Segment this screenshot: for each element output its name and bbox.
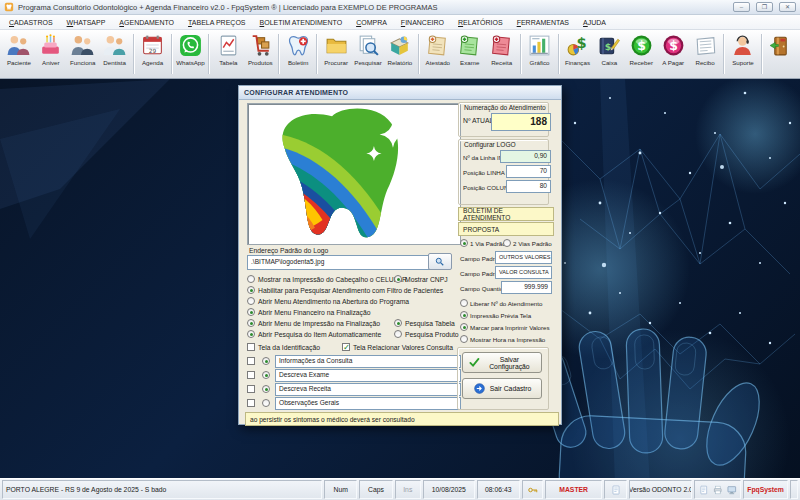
toolbar-boletim-button[interactable]: Boletim <box>282 32 314 77</box>
toolbar-tabela-button[interactable]: Tabela <box>212 32 244 77</box>
radio-filtro-pacientes[interactable] <box>247 286 255 294</box>
checkbox-informacoes[interactable] <box>247 357 255 365</box>
radio-imprimir-valores[interactable] <box>460 323 468 331</box>
campo-quantidade-field[interactable]: 999.999 <box>501 281 552 294</box>
toolbar-label: Dentista <box>103 59 126 66</box>
status-numlock: Num <box>324 480 357 499</box>
radio-celular[interactable] <box>247 275 255 283</box>
radio-menu-financeiro[interactable] <box>247 308 255 316</box>
titlebar: Programa Consultório Odontológico + Agen… <box>0 0 800 15</box>
toolbar-funcionario-button[interactable]: Funciona <box>67 32 99 77</box>
radio-observacoes[interactable] <box>262 399 270 407</box>
toolbar-financas-button[interactable]: $Finanças <box>562 32 594 77</box>
input-descreva-receita[interactable]: Descreva Receita <box>275 383 461 396</box>
menu-financeiro[interactable]: FINANCEIRO <box>394 16 451 29</box>
support-icon <box>730 33 755 58</box>
toolbar-paciente-button[interactable]: Paciente <box>3 32 35 77</box>
exam-note-icon <box>457 33 482 58</box>
toolbar-separator <box>723 34 725 74</box>
radio-1-via-label: 1 Via Padrão <box>470 240 506 247</box>
radio-descreva-receita[interactable] <box>262 385 270 393</box>
toolbar-suporte-button[interactable]: Suporte <box>727 32 759 77</box>
menu-tabela-precos[interactable]: TABELA PREÇOS <box>181 16 252 29</box>
checkbox-tela-identificacao[interactable] <box>247 343 255 351</box>
posicao-linha-field[interactable]: 70 <box>506 165 551 178</box>
save-config-button[interactable]: Salvar Configuração <box>462 352 542 373</box>
close-button[interactable]: ✕ <box>779 2 796 12</box>
radio-pesquisa-produto[interactable] <box>394 330 402 338</box>
toolbar-dentista-button[interactable]: Dentista <box>99 32 131 77</box>
menu-whatsapp[interactable]: WHATSAPP <box>60 16 113 29</box>
toolbar-label: Boletim <box>288 59 309 66</box>
price-table-icon <box>216 33 241 58</box>
toolbar-pesquisar-button[interactable]: Pesquisar <box>352 32 384 77</box>
toolbar-separator <box>418 34 420 74</box>
radio-pesquisa-tabela-label: Pesquisa Tabela <box>405 320 455 327</box>
exit-form-button[interactable]: Sair Cadastro <box>462 378 542 399</box>
tooth-bulletin-icon <box>286 33 311 58</box>
toolbar-procurar-button[interactable]: Procurar <box>320 32 352 77</box>
toolbar-apagar-button[interactable]: $A Pagar <box>657 32 689 77</box>
toolbar-grafico-button[interactable]: Gráfico <box>524 32 556 77</box>
toolbar-exame-button[interactable]: Exame <box>454 32 486 77</box>
toolbar-label: Exame <box>460 59 479 66</box>
dialog-titlebar[interactable]: CONFIGURAR ATENDIMENTO <box>239 86 561 100</box>
campo-padrao-1-field[interactable]: OUTROS VALORES <box>495 251 552 264</box>
magnifier-icon <box>434 256 446 268</box>
posicao-coluna-field[interactable]: 80 <box>506 180 551 193</box>
toolbar-atestado-button[interactable]: Atestado <box>422 32 454 77</box>
toolbar-caixa-button[interactable]: $Caixa <box>593 32 625 77</box>
toolbar-whatsapp-button[interactable]: WhatsApp <box>175 32 207 77</box>
toolbar-label: Receita <box>491 59 512 66</box>
input-observacoes-gerais[interactable]: Observações Gerais <box>275 397 461 410</box>
toolbar-agenda-button[interactable]: 29Agenda <box>137 32 169 77</box>
radio-pesquisa-tabela[interactable] <box>394 319 402 327</box>
toolbar-receber-button[interactable]: $Receber <box>625 32 657 77</box>
radio-pesquisa-item[interactable] <box>247 330 255 338</box>
desktop-area: CONFIGURAR ATENDIMENTO <box>0 79 800 478</box>
input-descreva-exame[interactable]: Descreva Exame <box>275 369 461 382</box>
radio-liberar-numero[interactable] <box>460 299 468 307</box>
menu-ajuda[interactable]: AJUDA <box>576 16 613 29</box>
toolbar-recibo-button[interactable]: Recibo <box>689 32 721 77</box>
radio-2-vias[interactable] <box>503 239 511 247</box>
toolbar-receita-button[interactable]: Receita <box>486 32 518 77</box>
restore-button[interactable]: ❐ <box>756 2 773 12</box>
toolbar-relatorio-button[interactable]: Relatório <box>384 32 416 77</box>
printer-icon <box>712 484 724 496</box>
toolbar-label: Procurar <box>324 59 348 66</box>
menu-ferramentas[interactable]: FERRAMENTAS <box>510 16 576 29</box>
numero-atual-field[interactable]: 188 <box>491 113 551 131</box>
checkbox-descreva-receita[interactable] <box>247 385 255 393</box>
campo-padrao-2-field[interactable]: VALOR CONSULTA <box>495 266 552 279</box>
checkbox-tela-valores[interactable] <box>342 343 350 351</box>
radio-impressao-previa[interactable] <box>460 311 468 319</box>
menu-compra[interactable]: COMPRA <box>349 16 394 29</box>
blue-arrow-icon <box>473 382 486 395</box>
menu-relatorios[interactable]: RELATÓRIOS <box>451 16 510 29</box>
toolbar-label: Funciona <box>70 59 95 66</box>
linha-inicial-field[interactable]: 0,90 <box>500 150 551 163</box>
checkbox-observacoes[interactable] <box>247 399 255 407</box>
toolbar-produtos-button[interactable]: Produtos <box>244 32 276 77</box>
radio-menu-impressao[interactable] <box>247 319 255 327</box>
radio-1-via[interactable] <box>460 239 468 247</box>
toolbar-aniversario-button[interactable]: Aniver <box>35 32 67 77</box>
input-informacoes-consulta[interactable]: Informações da Consulta <box>275 355 461 368</box>
browse-logo-button[interactable] <box>428 253 452 270</box>
radio-informacoes[interactable] <box>262 357 270 365</box>
minimize-button[interactable]: – <box>733 2 750 12</box>
menu-cadastros[interactable]: CADASTROS <box>2 16 60 29</box>
radio-mostrar-hora[interactable] <box>460 335 468 343</box>
radio-menu-atendimento[interactable] <box>247 297 255 305</box>
toolbar-exit-button[interactable] <box>765 32 797 77</box>
logo-path-input[interactable]: .\BITMAP\logodenta5.jpg <box>247 255 431 270</box>
menu-boletim-atendimento[interactable]: BOLETIM ATENDIMENTO <box>253 16 350 29</box>
radio-cnpj[interactable] <box>394 275 402 283</box>
radio-filtro-pacientes-label: Habilitar para Pesquisar Atendimento com… <box>258 287 443 294</box>
toolbar-separator <box>171 34 173 74</box>
status-time: 08:06:43 <box>477 480 520 499</box>
checkbox-descreva-exame[interactable] <box>247 371 255 379</box>
menu-agendamento[interactable]: AGENDAMENTO <box>112 16 181 29</box>
radio-descreva-exame[interactable] <box>262 371 270 379</box>
